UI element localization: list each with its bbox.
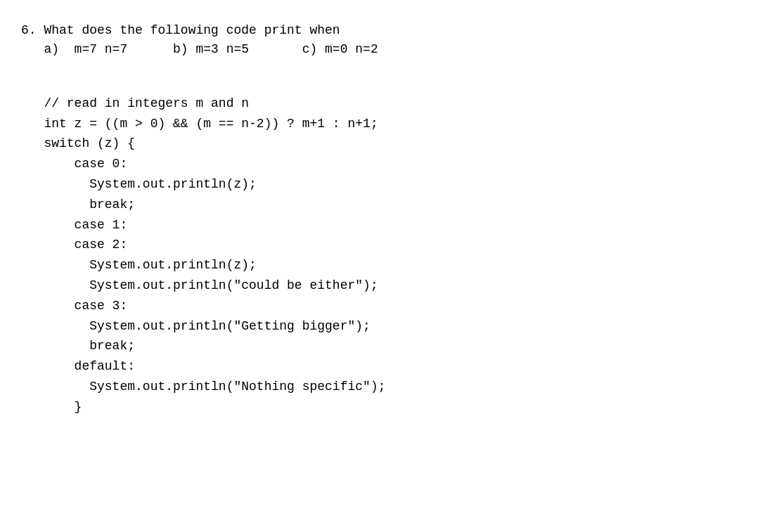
code-line-intz: int z = ((m > 0) && (m == n-2)) ? m+1 : … bbox=[21, 114, 746, 134]
code-line-break2: break; bbox=[21, 336, 746, 356]
code-line-case0: case 0: bbox=[21, 154, 746, 174]
code-line-break1: break; bbox=[21, 195, 746, 215]
code-line-println-z1: System.out.println(z); bbox=[21, 174, 746, 195]
blank-line-1 bbox=[21, 73, 746, 93]
code-line-default: default: bbox=[21, 356, 746, 377]
code-block: // read in integers m and n int z = ((m … bbox=[21, 73, 746, 417]
question-header: 6. What does the following code print wh… bbox=[21, 21, 746, 59]
main-content: 6. What does the following code print wh… bbox=[21, 14, 746, 424]
code-line-case3: case 3: bbox=[21, 296, 746, 316]
code-line-closing-brace: } bbox=[21, 397, 746, 417]
question-line1: 6. What does the following code print wh… bbox=[21, 21, 746, 40]
code-line-println-nothing: System.out.println("Nothing specific"); bbox=[21, 377, 746, 397]
code-line-println-either: System.out.println("could be either"); bbox=[21, 275, 746, 296]
code-line-case1: case 1: bbox=[21, 215, 746, 235]
code-comment: // read in integers m and n bbox=[21, 93, 746, 114]
code-line-println-bigger: System.out.println("Getting bigger"); bbox=[21, 316, 746, 337]
question-line2: a) m=7 n=7 b) m=3 n=5 c) m=0 n=2 bbox=[21, 40, 746, 59]
code-line-switch: switch (z) { bbox=[21, 134, 746, 154]
code-line-println-z2: System.out.println(z); bbox=[21, 255, 746, 275]
code-line-case2: case 2: bbox=[21, 235, 746, 255]
